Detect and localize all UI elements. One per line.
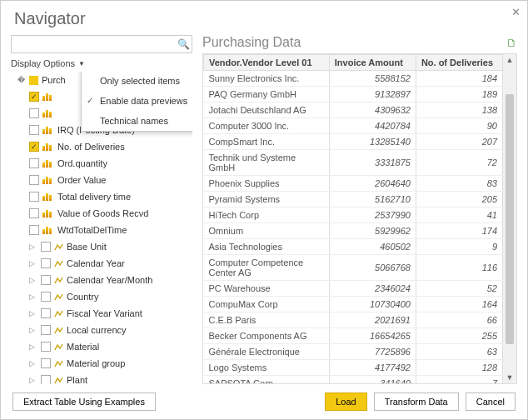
checkbox[interactable] <box>29 125 39 135</box>
checkbox[interactable] <box>29 192 39 202</box>
tree-folder[interactable]: ▷Plant <box>14 372 192 384</box>
tree-item[interactable]: ✓No. of Deliveries <box>14 138 192 155</box>
table-row[interactable]: Technik und Systeme GmbH333187572 <box>204 150 503 176</box>
tree-folder[interactable]: ▷Local currency <box>14 322 192 338</box>
checkbox[interactable] <box>29 108 39 118</box>
tree-item-label: Ord.quantity <box>57 158 107 168</box>
caret-icon: ▷ <box>29 342 37 351</box>
table-cell: 2346024 <box>329 281 416 297</box>
table-cell: Becker Components AG <box>204 328 330 344</box>
tree-item-label: Total delivery time <box>57 192 131 202</box>
checkbox[interactable]: ✓ <box>29 92 39 102</box>
display-options-dropdown[interactable]: Display Options ▼ <box>11 58 192 68</box>
tree-item[interactable]: Ord.quantity <box>14 155 192 172</box>
column-header[interactable]: Vendor.Vendor Level 01 <box>204 55 330 71</box>
menu-enable-previews[interactable]: Enable data previews <box>82 91 192 111</box>
table-row[interactable]: PC Warehouse234602452 <box>204 281 503 297</box>
table-row[interactable]: Computer Competence Center AG5066768116 <box>204 255 503 281</box>
preview-options-icon[interactable]: 🗋 <box>506 37 517 49</box>
table-row[interactable]: Sunny Electronics Inc.5588152184 <box>204 71 503 87</box>
checkbox[interactable] <box>41 358 51 368</box>
dimension-icon <box>54 342 63 352</box>
checkbox[interactable] <box>41 292 51 302</box>
table-row[interactable]: Becker Components AG16654265255 <box>204 328 503 344</box>
cancel-button[interactable]: Cancel <box>466 392 516 411</box>
checkbox[interactable] <box>41 275 51 285</box>
tree-folder[interactable]: ▷Calendar Year/Month <box>14 272 192 288</box>
scroll-up-icon[interactable]: ▲ <box>506 56 514 64</box>
search-input[interactable] <box>12 36 175 52</box>
checkbox[interactable] <box>29 175 39 185</box>
tree-item[interactable]: WtdTotalDelTime <box>14 222 192 238</box>
load-button[interactable]: Load <box>325 392 366 411</box>
tree-folder[interactable]: ▷Material group <box>14 355 192 372</box>
tree-folder[interactable]: ▷Country <box>14 288 192 305</box>
table-cell: 52 <box>416 281 502 297</box>
checkbox[interactable] <box>41 375 51 384</box>
table-cell: 4420784 <box>329 118 416 134</box>
tree-folder[interactable]: ▷Fiscal Year Variant <box>14 305 192 322</box>
checkbox[interactable] <box>41 325 51 335</box>
chevron-down-icon: ▼ <box>78 60 85 68</box>
close-icon[interactable]: ✕ <box>511 6 521 18</box>
checkbox[interactable] <box>29 158 39 168</box>
dimension-icon <box>54 326 63 335</box>
table-cell: 7725896 <box>329 344 416 360</box>
scroll-down-icon[interactable]: ▼ <box>506 373 514 382</box>
extract-table-button[interactable]: Extract Table Using Examples <box>12 392 156 411</box>
caret-icon: � <box>17 76 26 84</box>
table-row[interactable]: CompuMax Corp10730400164 <box>204 297 503 312</box>
table-row[interactable]: C.E.B Paris202169166 <box>204 312 503 328</box>
checkbox[interactable] <box>29 208 39 218</box>
vertical-scrollbar[interactable]: ▲ ▼ <box>503 54 516 383</box>
table-row[interactable]: Jotachi Deutschland AG4309632138 <box>204 102 503 118</box>
table-row[interactable]: Logo Systems4177492128 <box>204 360 503 376</box>
dimension-icon <box>54 242 63 252</box>
dimension-icon <box>54 376 63 385</box>
tree-folder[interactable]: ▷Calendar Year <box>14 255 192 272</box>
table-row[interactable]: Omnium5929962174 <box>204 223 503 239</box>
table-cell: 2021691 <box>329 312 416 328</box>
checkbox[interactable] <box>41 258 51 268</box>
tree-item[interactable]: Total delivery time <box>14 188 192 205</box>
tree-item[interactable]: Value of Goods Recvd <box>14 205 192 222</box>
checkbox[interactable] <box>29 225 39 235</box>
search-box[interactable]: 🔍 <box>11 35 192 53</box>
search-icon[interactable]: 🔍 <box>175 38 192 50</box>
table-row[interactable]: Pyramid Systems5162710205 <box>204 192 503 208</box>
checkbox[interactable] <box>41 242 51 252</box>
table-row[interactable]: HiTech Corp253799041 <box>204 208 503 223</box>
checkbox[interactable] <box>41 308 51 318</box>
table-row[interactable]: SAPSOTA Corp3416407 <box>204 376 503 384</box>
column-header[interactable]: No. of Deliveries <box>416 55 502 71</box>
tree-item[interactable]: Order Value <box>14 172 192 188</box>
table-cell: C.E.B Paris <box>204 312 330 328</box>
table-row[interactable]: Asia Technologies4605029 <box>204 239 503 255</box>
table-cell: 83 <box>416 176 502 192</box>
table-row[interactable]: CompSmart Inc.13285140207 <box>204 134 503 150</box>
dimension-icon <box>54 292 63 302</box>
tree-folder-label: Country <box>67 292 99 302</box>
preview-title: Purchasing Data <box>202 35 301 50</box>
tree-folder-label: Local currency <box>67 325 127 335</box>
table-row[interactable]: Générale Electronique772589663 <box>204 344 503 360</box>
table-cell: 5929962 <box>329 223 416 239</box>
tree-folder[interactable]: ▷Material <box>14 338 192 355</box>
navigator-dialog: ✕ Navigator 🔍 Display Options ▼ Only sel… <box>0 0 528 420</box>
scroll-thumb[interactable] <box>506 94 514 344</box>
table-row[interactable]: Phoenix Supplies260464083 <box>204 176 503 192</box>
checkbox[interactable]: ✓ <box>29 142 39 152</box>
tree-folder[interactable]: ▷Base Unit <box>14 238 192 255</box>
checkbox[interactable] <box>41 342 51 352</box>
caret-icon: ▷ <box>29 359 37 368</box>
caret-icon: ▷ <box>29 259 37 268</box>
menu-technical-names[interactable]: Technical names <box>82 111 192 131</box>
table-row[interactable]: PAQ Germany GmbH9132897189 <box>204 87 503 102</box>
transform-data-button[interactable]: Transform Data <box>374 392 459 411</box>
menu-only-selected[interactable]: Only selected items <box>82 72 192 91</box>
measure-icon <box>42 159 54 168</box>
table-row[interactable]: Computer 3000 Inc.442078490 <box>204 118 503 134</box>
display-options-label: Display Options <box>11 58 75 68</box>
measure-icon <box>42 176 54 184</box>
column-header[interactable]: Invoice Amount <box>329 55 416 71</box>
